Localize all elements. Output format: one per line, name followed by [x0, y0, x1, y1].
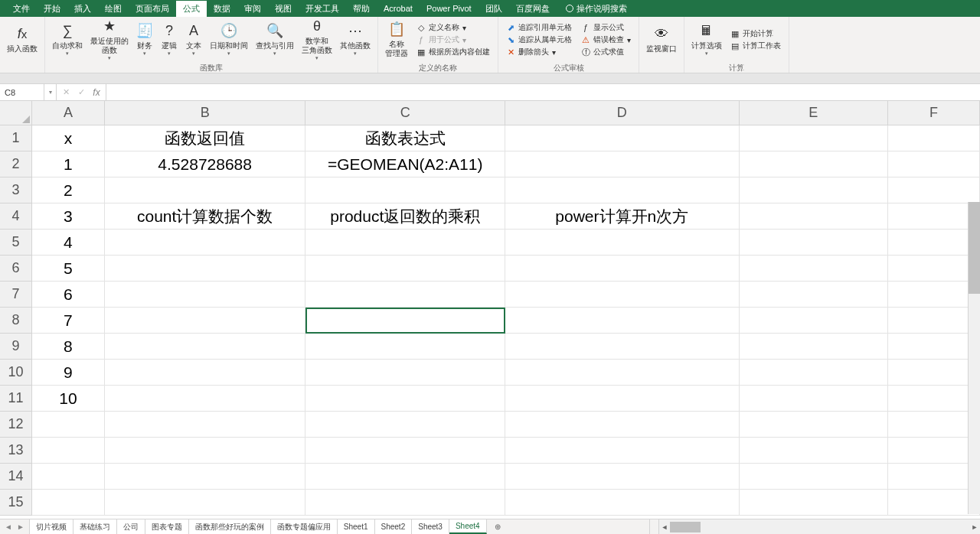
cell-B11[interactable] [105, 386, 306, 412]
cell-F14[interactable] [888, 464, 980, 490]
row-header-4[interactable]: 4 [0, 204, 32, 230]
cell-A12[interactable] [32, 412, 105, 438]
row-header-5[interactable]: 5 [0, 230, 32, 256]
cell-D3[interactable] [505, 177, 740, 204]
add-sheet-button[interactable]: ⊕ [487, 519, 508, 534]
tab-baidu[interactable]: 百度网盘 [509, 1, 557, 17]
trace-dependents-button[interactable]: ⬊追踪从属单元格 [506, 34, 572, 45]
cell-B5[interactable] [105, 230, 306, 256]
tab-team[interactable]: 团队 [479, 1, 509, 17]
cell-A4[interactable]: 3 [32, 204, 105, 230]
cell-F12[interactable] [888, 412, 980, 438]
cell-F11[interactable] [888, 386, 980, 412]
create-from-selection-button[interactable]: ▦根据所选内容创建 [416, 47, 490, 57]
tab-home[interactable]: 开始 [37, 1, 67, 17]
math-button[interactable]: θ数学和 三角函数▾ [298, 18, 336, 61]
cell-A13[interactable] [32, 438, 105, 464]
cell-C12[interactable] [305, 412, 505, 438]
cell-B14[interactable] [105, 464, 306, 490]
cell-C6[interactable] [305, 256, 505, 282]
enter-formula-button[interactable]: ✓ [74, 87, 89, 97]
remove-arrows-button[interactable]: ✕删除箭头 ▾ [506, 47, 572, 57]
cell-A14[interactable] [32, 464, 105, 490]
cell-E13[interactable] [740, 438, 889, 464]
sheet-nav-prev[interactable]: ◄ [5, 523, 12, 531]
cell-C10[interactable] [305, 360, 505, 386]
define-name-button[interactable]: ◇定义名称 ▾ [416, 22, 490, 33]
cell-A9[interactable]: 8 [32, 334, 105, 360]
cell-C13[interactable] [305, 438, 505, 464]
cell-B9[interactable] [105, 334, 306, 360]
row-header-13[interactable]: 13 [0, 438, 32, 464]
sheet-tab-8[interactable]: Sheet3 [412, 519, 449, 534]
error-check-button[interactable]: ⚠错误检查 ▾ [581, 34, 631, 45]
cell-E1[interactable] [740, 125, 889, 151]
name-manager-button[interactable]: 📋名称 管理器 [381, 18, 412, 61]
cell-C9[interactable] [305, 334, 505, 360]
col-header-E[interactable]: E [740, 101, 889, 125]
cell-D5[interactable] [505, 230, 740, 256]
use-in-formula-button[interactable]: ƒ用于公式 ▾ [416, 34, 490, 45]
horizontal-scrollbar[interactable]: ◄ ► [658, 519, 980, 534]
cell-D1[interactable] [505, 125, 740, 151]
tell-me-search[interactable]: 操作说明搜索 [566, 3, 627, 15]
autosum-button[interactable]: ∑自动求和▾ [48, 18, 87, 61]
col-header-D[interactable]: D [505, 101, 740, 125]
tab-insert[interactable]: 插入 [67, 1, 98, 17]
cell-D15[interactable] [505, 490, 740, 516]
row-header-11[interactable]: 11 [0, 386, 32, 412]
cell-F2[interactable] [888, 151, 980, 177]
sheet-tab-2[interactable]: 公司 [117, 519, 145, 534]
tab-powerpivot[interactable]: Power Pivot [420, 2, 479, 15]
row-header-15[interactable]: 15 [0, 490, 32, 516]
cell-F1[interactable] [888, 125, 980, 151]
cell-A6[interactable]: 5 [32, 256, 105, 282]
tab-file[interactable]: 文件 [6, 1, 37, 17]
cell-A10[interactable]: 9 [32, 360, 105, 386]
cell-A2[interactable]: 1 [32, 151, 105, 177]
cell-C2[interactable]: =GEOMEAN(A2:A11) [305, 151, 505, 177]
logical-button[interactable]: ?逻辑▾ [157, 18, 181, 61]
cell-C7[interactable] [305, 282, 505, 308]
select-all-corner[interactable] [0, 101, 32, 125]
cell-B2[interactable]: 4.528728688 [105, 151, 306, 177]
sheet-tab-9[interactable]: Sheet4 [449, 519, 487, 534]
cell-E11[interactable] [740, 386, 889, 412]
row-header-14[interactable]: 14 [0, 464, 32, 490]
cell-F3[interactable] [888, 177, 980, 204]
cell-D9[interactable] [505, 334, 740, 360]
col-header-B[interactable]: B [105, 101, 306, 125]
cell-B13[interactable] [105, 438, 306, 464]
cell-D2[interactable] [505, 151, 740, 177]
cell-B15[interactable] [105, 490, 306, 516]
cell-F15[interactable] [888, 490, 980, 516]
tab-acrobat[interactable]: Acrobat [377, 2, 420, 15]
cell-C5[interactable] [305, 230, 505, 256]
row-header-1[interactable]: 1 [0, 125, 32, 151]
col-header-A[interactable]: A [32, 101, 105, 125]
cell-B8[interactable] [105, 308, 306, 334]
cell-B6[interactable] [105, 256, 306, 282]
cell-C3[interactable] [305, 177, 505, 204]
cell-E15[interactable] [740, 490, 889, 516]
sheet-tab-7[interactable]: Sheet2 [375, 519, 413, 534]
evaluate-formula-button[interactable]: ⓕ公式求值 [581, 47, 631, 57]
vertical-scrollbar[interactable] [968, 202, 980, 514]
cell-D10[interactable] [505, 360, 740, 386]
row-header-9[interactable]: 9 [0, 334, 32, 360]
financial-button[interactable]: 🧾财务▾ [132, 18, 157, 61]
cell-F4[interactable] [888, 204, 980, 230]
cell-D13[interactable] [505, 438, 740, 464]
cell-A5[interactable]: 4 [32, 230, 105, 256]
cell-E14[interactable] [740, 464, 889, 490]
name-box[interactable]: C8 [0, 84, 44, 100]
cell-B7[interactable] [105, 282, 306, 308]
row-header-2[interactable]: 2 [0, 151, 32, 177]
lookup-button[interactable]: 🔍查找与引用▾ [252, 18, 298, 61]
sheet-tab-6[interactable]: Sheet1 [338, 519, 375, 534]
hscroll-left[interactable]: ◄ [659, 519, 670, 534]
cell-A11[interactable]: 10 [32, 386, 105, 412]
text-button[interactable]: A文本▾ [181, 18, 206, 61]
cell-F7[interactable] [888, 282, 980, 308]
sheet-tab-0[interactable]: 切片视频 [30, 519, 74, 534]
